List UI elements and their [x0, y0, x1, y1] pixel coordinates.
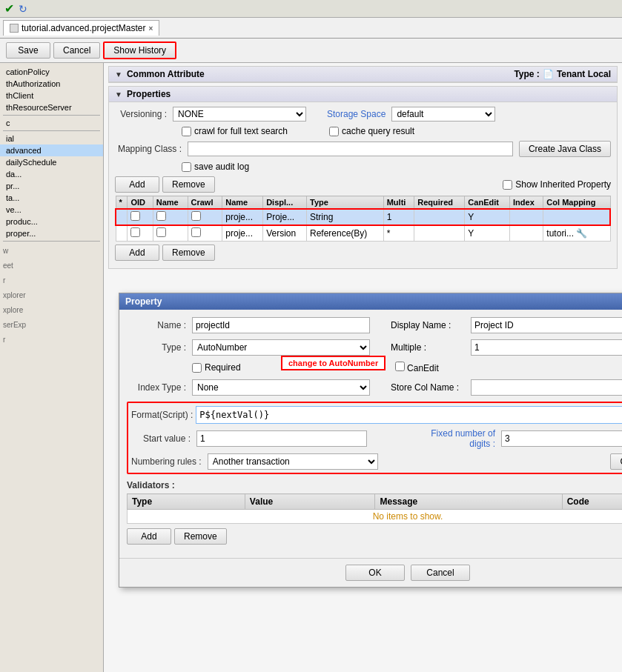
dialog-cancel-button[interactable]: Cancel	[411, 565, 470, 581]
required-checkbox[interactable]	[192, 363, 202, 373]
sidebar-item-ve[interactable]: ve...	[0, 204, 103, 216]
properties-label: Properties	[127, 89, 171, 99]
versioning-select[interactable]: NONE SIMPLE FULL	[173, 107, 306, 122]
type-label: Type :	[127, 342, 186, 353]
canedit-checkbox-label[interactable]: CanEdit	[395, 362, 439, 373]
required-canedit-row: Required change to AutoNumber CanEdit	[192, 362, 622, 373]
col-canedit: CanEdit	[465, 196, 510, 210]
checkbox-row1: crawl for full text search cache query r…	[182, 126, 611, 136]
remove-property-button[interactable]: Remove	[162, 176, 215, 193]
sidebar-item-thclient[interactable]: thClient	[0, 90, 103, 102]
numbering-rules-select[interactable]: Another transaction Same transaction	[208, 453, 378, 470]
versioning-label: Versioning :	[115, 109, 167, 119]
main-tab[interactable]: tutorial.advanced.projectMaster ×	[3, 20, 159, 36]
common-attribute-header[interactable]: ▼ Common Attribute Type : 📄 Tenant Local	[109, 67, 617, 82]
crawl-checkbox[interactable]	[182, 127, 191, 136]
sidebar-item-da[interactable]: da...	[0, 168, 103, 180]
validators-label: Validators :	[127, 480, 622, 490]
sidebar-item-ta[interactable]: ta...	[0, 192, 103, 204]
sidebar-item-thresourceserver[interactable]: thResourceServer	[0, 102, 103, 113]
fixed-digits-input[interactable]	[501, 430, 622, 447]
save-audit-label[interactable]: save audit log	[182, 162, 249, 172]
dialog-title-text: Property	[125, 296, 162, 307]
index-type-label: Index Type :	[127, 382, 186, 393]
display-name-input[interactable]	[471, 317, 622, 333]
crawl-checkbox3[interactable]	[191, 227, 201, 237]
start-value-input[interactable]	[196, 430, 367, 447]
name-checkbox[interactable]	[156, 211, 166, 221]
type-select[interactable]: AutoNumber String Integer Float Boolean …	[192, 339, 370, 356]
show-inherited-checkbox[interactable]	[503, 180, 512, 190]
current-value-button[interactable]: Current Value	[610, 453, 622, 470]
sidebar-item-thauthorization[interactable]: thAuthorization	[0, 78, 103, 90]
table-row[interactable]: proje... Version Reference(By) * Y tutor…	[116, 225, 610, 242]
save-audit-row: save audit log	[182, 162, 611, 172]
col-name2: Name	[222, 196, 263, 210]
remove-validator-button[interactable]: Remove	[174, 528, 227, 545]
sidebar-item-eet[interactable]: eet	[0, 258, 103, 273]
refresh-icon[interactable]: ↻	[19, 3, 27, 15]
save-button[interactable]: Save	[6, 42, 50, 59]
cancel-button[interactable]: Cancel	[53, 42, 100, 59]
content-area: ▼ Common Attribute Type : 📄 Tenant Local…	[104, 63, 622, 672]
crawl-checkbox-label[interactable]: crawl for full text search	[182, 126, 288, 136]
table-row[interactable]: proje... Proje... String 1 Y	[116, 209, 610, 225]
sidebar-item-cationpolicy[interactable]: cationPolicy	[0, 66, 103, 78]
sidebar-item-serexp[interactable]: serExp	[0, 317, 103, 332]
crawl-checkbox2[interactable]	[191, 211, 201, 221]
format-script-section: Format(Script) : ? Start value :	[127, 402, 622, 474]
sidebar-item-xplore[interactable]: xplore	[0, 302, 103, 317]
tab-label: tutorial.advanced.projectMaster	[21, 23, 145, 33]
sidebar-item-dailyschedule[interactable]: dailySchedule	[0, 156, 103, 168]
sidebar-item-xplorer[interactable]: xplorer	[0, 287, 103, 302]
multiple-input[interactable]	[471, 339, 622, 356]
sidebar: cationPolicy thAuthorization thClient th…	[0, 63, 104, 672]
add-validator-button[interactable]: Add	[127, 528, 171, 545]
type-label: Type :	[514, 69, 539, 79]
sidebar-item-produc[interactable]: produc...	[0, 216, 103, 227]
add-property-button[interactable]: Add	[115, 176, 159, 193]
canedit-checkbox[interactable]	[395, 362, 405, 371]
cache-checkbox[interactable]	[329, 127, 339, 136]
name-display-row: Name : Display Name : ●	[127, 317, 622, 333]
tab-close-icon[interactable]: ×	[148, 24, 153, 33]
sidebar-item-advanced[interactable]: advanced	[0, 144, 103, 156]
store-col-name-input[interactable]	[471, 379, 622, 396]
index-type-select[interactable]: None Index Unique	[192, 379, 370, 396]
save-audit-checkbox[interactable]	[182, 162, 191, 172]
name-checkbox2[interactable]	[156, 227, 166, 237]
cell-required	[414, 209, 465, 225]
properties-header[interactable]: ▼ Properties	[109, 87, 617, 102]
remove-property-button2[interactable]: Remove	[162, 244, 215, 261]
sidebar-item-w[interactable]: w	[0, 243, 103, 258]
oid-checkbox2[interactable]	[130, 227, 140, 237]
cell-disp: Proje...	[263, 209, 307, 225]
mapping-class-label: Mapping Class :	[115, 144, 182, 154]
show-inherited-label: Show Inherited Property	[515, 179, 611, 190]
cell-oid2	[128, 225, 153, 242]
ok-button[interactable]: OK	[345, 565, 405, 581]
name-input[interactable]	[192, 317, 370, 333]
sidebar-item-r2[interactable]: r	[0, 332, 103, 347]
cell-multi: 1	[383, 209, 414, 225]
add-property-button2[interactable]: Add	[115, 244, 159, 261]
mapping-class-input[interactable]	[188, 142, 513, 156]
oid-checkbox[interactable]	[130, 211, 140, 221]
format-script-input[interactable]	[196, 406, 622, 424]
sidebar-item-ial[interactable]: ial	[0, 133, 103, 144]
common-attribute-label: Common Attribute	[127, 69, 205, 79]
sidebar-item-proper[interactable]: proper...	[0, 227, 103, 239]
show-history-button[interactable]: Show History	[103, 41, 176, 59]
storage-space-select[interactable]: default	[391, 107, 495, 122]
sidebar-item-r[interactable]: r	[0, 273, 103, 287]
cache-checkbox-label[interactable]: cache query result	[329, 126, 414, 136]
sidebar-item-c[interactable]: c	[0, 117, 103, 129]
name-label: Name :	[127, 320, 186, 330]
sidebar-item-pr[interactable]: pr...	[0, 180, 103, 192]
type-multiple-row: Type : AutoNumber String Integer Float B…	[127, 339, 622, 356]
create-java-class-button[interactable]: Create Java Class	[519, 141, 611, 157]
required-checkbox-label[interactable]: Required	[192, 362, 241, 373]
format-inner: Format(Script) : ?	[131, 406, 622, 424]
save-audit-label-text: save audit log	[194, 162, 249, 172]
cell-multi2: *	[383, 225, 414, 242]
